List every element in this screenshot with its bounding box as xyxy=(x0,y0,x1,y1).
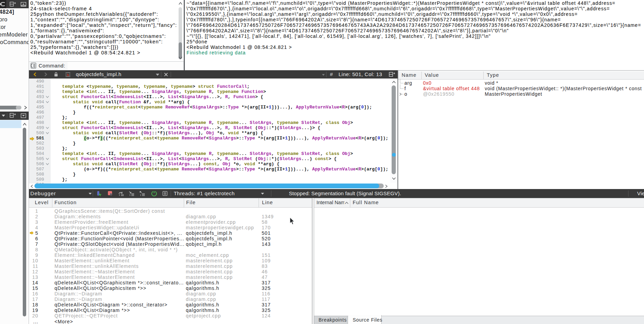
svg-text:h: h xyxy=(67,73,69,77)
